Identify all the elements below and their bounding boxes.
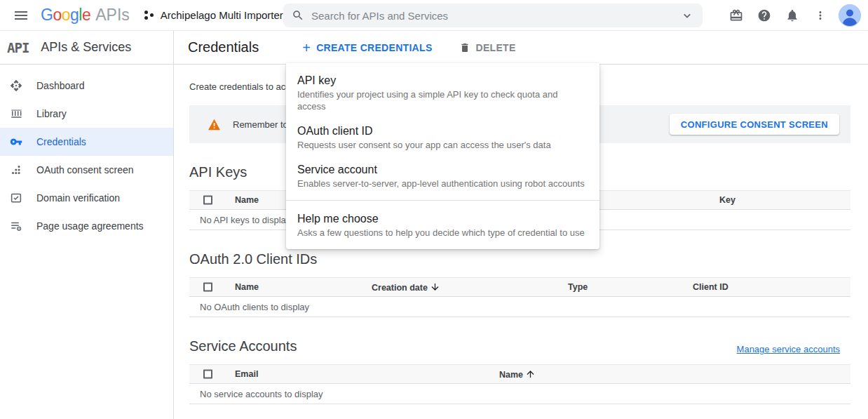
api-logo: API: [7, 40, 29, 55]
select-all-checkbox[interactable]: [203, 283, 212, 292]
project-dots-icon: [142, 9, 155, 22]
sidebar-nav: Dashboard Library Credentials: [0, 65, 173, 240]
menu-item-description: Requests user consent so your app can ac…: [297, 139, 588, 151]
create-credentials-label: CREATE CREDENTIALS: [316, 42, 432, 53]
topbar-actions: [722, 1, 868, 29]
configure-consent-screen-button[interactable]: CONFIGURE CONSENT SCREEN: [670, 114, 839, 135]
sidebar-header: API APIs & Services: [0, 31, 173, 65]
notifications-bell-icon[interactable]: [778, 1, 806, 29]
create-credentials-menu: API key Identifies your project using a …: [286, 63, 599, 249]
page-usage-agreements-icon: [10, 220, 22, 232]
dashboard-icon: [10, 79, 22, 92]
menu-item-title: Help me choose: [297, 211, 588, 226]
avatar[interactable]: [839, 4, 861, 27]
delete-button[interactable]: DELETE: [459, 42, 516, 53]
trash-icon: [459, 42, 470, 53]
sort-ascending-icon: [525, 369, 536, 380]
column-header-key: Key: [719, 195, 735, 205]
sidebar-item-domain-verification[interactable]: Domain verification: [0, 184, 173, 212]
person-icon: [839, 4, 861, 27]
sidebar-item-label: Library: [36, 108, 67, 119]
service-accounts-table-header: Email Name: [189, 364, 850, 384]
google-apis-logo[interactable]: Google APIs: [41, 6, 130, 25]
search-bar[interactable]: [283, 4, 703, 27]
column-label: Creation date: [372, 282, 428, 292]
sidebar-item-dashboard[interactable]: Dashboard: [0, 72, 173, 100]
logo-letter: e: [82, 6, 90, 25]
project-name: Archipelago Multi Importer: [161, 9, 283, 21]
menu-item-description: Asks a few questions to help you decide …: [297, 227, 588, 239]
topbar: Google APIs Archipelago Multi Importer: [0, 0, 868, 31]
oauth-clients-empty-text: No OAuth clients to display: [189, 297, 850, 317]
manage-service-accounts-link[interactable]: Manage service accounts: [737, 344, 840, 354]
key-icon: [10, 135, 22, 148]
logo-letter: g: [70, 6, 79, 25]
column-header-creation-date[interactable]: Creation date: [372, 282, 440, 293]
search-input[interactable]: [311, 10, 680, 22]
logo-letter: G: [41, 6, 53, 25]
hamburger-bars: [15, 11, 27, 20]
create-credentials-button[interactable]: + CREATE CREDENTIALS: [302, 41, 432, 54]
sort-descending-icon: [430, 282, 440, 293]
sidebar-item-label: Page usage agreements: [36, 220, 144, 232]
logo-letter: o: [53, 6, 61, 25]
warning-icon: [208, 119, 221, 131]
sidebar-item-oauth-consent-screen[interactable]: OAuth consent screen: [0, 156, 173, 184]
library-icon: [10, 107, 22, 120]
search-icon: [292, 9, 304, 22]
menu-item-description: Identifies your project using a simple A…: [297, 88, 588, 112]
menu-item-title: OAuth client ID: [297, 124, 588, 138]
project-switcher[interactable]: Archipelago Multi Importer: [142, 9, 297, 22]
sidebar-item-label: Credentials: [36, 136, 86, 147]
menu-item-title: API key: [297, 73, 588, 88]
column-header-name: Name: [235, 282, 259, 292]
page-title: Credentials: [188, 39, 259, 55]
sidebar-item-label: Domain verification: [36, 192, 120, 204]
menu-item-api-key[interactable]: API key Identifies your project using a …: [286, 67, 599, 118]
menu-item-oauth-client-id[interactable]: OAuth client ID Requests user consent so…: [286, 118, 599, 157]
sidebar-item-label: OAuth consent screen: [36, 164, 134, 175]
logo-apis-text: APIs: [95, 6, 130, 25]
oauth-clients-table-header: Name Creation date Type Client ID: [189, 277, 850, 297]
menu-item-description: Enables server-to-server, app-level auth…: [297, 178, 588, 189]
menu-item-title: Service account: [297, 162, 588, 177]
google-apis-console: Google APIs Archipelago Multi Importer: [0, 0, 868, 419]
column-label: Name: [499, 369, 523, 379]
sidebar-title: APIs & Services: [41, 40, 131, 55]
search-expand-icon[interactable]: [680, 8, 694, 22]
menu-divider: [286, 200, 599, 201]
hamburger-menu-icon[interactable]: [7, 1, 35, 29]
service-accounts-empty-text: No service accounts to display: [189, 384, 850, 404]
domain-verification-icon: [10, 192, 22, 204]
sidebar-item-credentials[interactable]: Credentials: [0, 128, 173, 156]
column-header-email: Email: [235, 369, 258, 379]
consent-screen-icon: [10, 164, 22, 176]
menu-item-service-account[interactable]: Service account Enables server-to-server…: [286, 157, 599, 195]
sidebar: API APIs & Services Dashboard Library: [0, 31, 174, 419]
sidebar-item-library[interactable]: Library: [0, 100, 173, 128]
gift-icon[interactable]: [722, 1, 750, 29]
column-header-name: Name: [235, 195, 259, 205]
service-accounts-title: Service Accounts: [189, 338, 297, 354]
select-all-checkbox[interactable]: [203, 196, 212, 205]
select-all-checkbox[interactable]: [203, 370, 212, 379]
more-vertical-icon[interactable]: [806, 1, 834, 29]
service-accounts-title-row: Service Accounts Manage service accounts: [189, 338, 850, 354]
sidebar-item-page-usage-agreements[interactable]: Page usage agreements: [0, 212, 173, 240]
delete-label: DELETE: [476, 42, 516, 53]
column-header-name[interactable]: Name: [499, 369, 536, 380]
column-header-type: Type: [568, 282, 588, 292]
oauth-clients-title: OAuth 2.0 Client IDs: [189, 251, 850, 267]
logo-letter: o: [62, 6, 70, 25]
help-icon[interactable]: [750, 1, 778, 29]
main-header: Credentials + CREATE CREDENTIALS DELETE: [174, 31, 868, 65]
column-header-client-id: Client ID: [693, 282, 728, 292]
sidebar-item-label: Dashboard: [36, 80, 85, 91]
plus-icon: +: [302, 41, 311, 54]
menu-item-help-me-choose[interactable]: Help me choose Asks a few questions to h…: [286, 206, 599, 244]
